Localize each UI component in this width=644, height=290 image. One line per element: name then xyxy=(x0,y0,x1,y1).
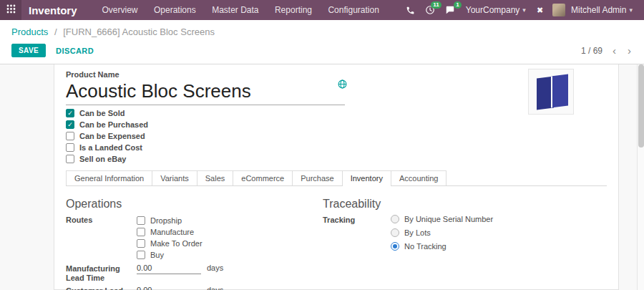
save-button[interactable]: SAVE xyxy=(11,44,46,57)
control-panel-actions: SAVE DISCARD 1 / 69 ‹ › xyxy=(0,39,644,64)
website-globe-icon[interactable] xyxy=(338,79,347,92)
pager-count: 1 / 69 xyxy=(581,46,602,56)
chevron-down-icon: ▾ xyxy=(629,0,633,20)
manufacturing-lead-time-unit: days xyxy=(207,264,223,272)
breadcrumb-separator: / xyxy=(54,26,57,37)
vertical-scrollbar[interactable] xyxy=(637,64,644,290)
breadcrumb: Products / [FURN_6666] Acoustic Bloc Scr… xyxy=(0,20,644,39)
menu-operations[interactable]: Operations xyxy=(147,0,203,20)
tab-sales[interactable]: Sales xyxy=(197,170,234,185)
checkbox-box: ✓ xyxy=(66,132,74,140)
checkbox-box: ✓ xyxy=(66,143,74,152)
checkbox-dropship[interactable]: ✓ Dropship xyxy=(137,215,203,226)
pager-next-icon[interactable]: › xyxy=(626,45,633,56)
radio-by-unique-serial-number[interactable]: By Unique Serial Number xyxy=(391,215,493,223)
routes-options: ✓ Dropship ✓ Manufacture ✓ Make To Order xyxy=(137,215,203,261)
tab-variants[interactable]: Variants xyxy=(152,170,197,185)
app-name[interactable]: Inventory xyxy=(29,4,77,16)
messages-icon[interactable]: 1 xyxy=(440,0,460,20)
manufacturing-lead-time-input[interactable] xyxy=(137,264,201,274)
company-name: YourCompany xyxy=(466,0,520,20)
menu-master-data[interactable]: Master Data xyxy=(205,0,265,20)
top-navbar: Inventory Overview Operations Master Dat… xyxy=(0,0,644,20)
tab-inventory[interactable]: Inventory xyxy=(342,170,391,185)
customer-lead-time-label: Customer Lead Time xyxy=(66,286,137,290)
breadcrumb-current: [FURN_6666] Acoustic Bloc Screens xyxy=(63,26,215,37)
tab-ecommerce[interactable]: eCommerce xyxy=(233,170,293,185)
radio-circle xyxy=(391,242,399,251)
discard-button[interactable]: DISCARD xyxy=(56,47,94,55)
menu-overview[interactable]: Overview xyxy=(96,0,145,20)
product-flags: ✓ Can be Sold ✓ Can be Purchased ✓ Can b… xyxy=(66,107,607,165)
radio-by-lots[interactable]: By Lots xyxy=(391,228,493,237)
tab-purchase[interactable]: Purchase xyxy=(292,170,342,185)
checkbox-can-be-expensed[interactable]: ✓ Can be Expensed xyxy=(66,130,607,142)
checkbox-can-be-sold[interactable]: ✓ Can be Sold xyxy=(66,107,607,119)
product-name-input[interactable] xyxy=(66,80,345,105)
tracking-options: By Unique Serial Number By Lots No Track… xyxy=(391,215,493,256)
checkbox-box: ✓ xyxy=(137,251,145,259)
check-icon: ✓ xyxy=(67,110,73,117)
phone-icon[interactable] xyxy=(401,0,420,20)
checkbox-box: ✓ xyxy=(66,155,74,163)
menu-reporting[interactable]: Reporting xyxy=(268,0,318,20)
checkbox-box: ✓ xyxy=(137,228,145,236)
customer-lead-time-input[interactable] xyxy=(137,286,201,290)
checkbox-make-to-order[interactable]: ✓ Make To Order xyxy=(137,238,203,249)
checkbox-buy[interactable]: ✓ Buy xyxy=(137,249,203,261)
checkbox-box: ✓ xyxy=(137,216,145,225)
main-menu: Overview Operations Master Data Reportin… xyxy=(96,0,386,20)
user-menu[interactable]: Mitchell Admin ▾ xyxy=(565,0,638,20)
tab-accounting[interactable]: Accounting xyxy=(391,170,447,185)
company-menu[interactable]: YourCompany ▾ xyxy=(460,0,532,20)
traceability-heading: Traceability xyxy=(323,198,607,211)
odoo-window: Inventory Overview Operations Master Dat… xyxy=(0,0,644,290)
apps-menu-button[interactable] xyxy=(0,0,21,20)
support-icon[interactable]: ✖ xyxy=(532,0,548,20)
notebook-tabs: General Information Variants Sales eComm… xyxy=(66,170,607,186)
record-pager: 1 / 69 ‹ › xyxy=(581,45,633,56)
tracking-label: Tracking xyxy=(323,215,391,256)
operations-heading: Operations xyxy=(66,198,323,211)
messages-badge: 1 xyxy=(454,1,461,9)
product-image[interactable] xyxy=(528,69,574,115)
radio-circle xyxy=(391,215,399,223)
scrollbar-thumb[interactable] xyxy=(638,64,644,148)
content-area: Product Name ✓ Can be Sold ✓ Can be Purc… xyxy=(0,64,644,290)
checkbox-box: ✓ xyxy=(137,239,145,248)
menu-configuration[interactable]: Configuration xyxy=(321,0,385,20)
radio-circle xyxy=(391,228,399,237)
product-form-sheet: Product Name ✓ Can be Sold ✓ Can be Purc… xyxy=(54,64,619,290)
screen-panel-front xyxy=(551,74,568,108)
manufacturing-lead-time-label: Manufacturing Lead Time xyxy=(66,264,137,283)
checkbox-manufacture[interactable]: ✓ Manufacture xyxy=(137,226,203,238)
radio-no-tracking[interactable]: No Tracking xyxy=(391,242,493,251)
customer-lead-time-unit: days xyxy=(207,286,223,290)
checkbox-sell-on-ebay[interactable]: ✓ Sell on eBay xyxy=(66,153,607,165)
inventory-tab-content: Operations Routes ✓ Dropship ✓ Manufactu… xyxy=(66,186,607,290)
apps-grid-icon xyxy=(6,4,16,16)
routes-label: Routes xyxy=(66,215,137,261)
check-icon: ✓ xyxy=(67,122,73,128)
pager-previous-icon[interactable]: ‹ xyxy=(611,45,618,56)
breadcrumb-products-link[interactable]: Products xyxy=(11,26,48,37)
chevron-down-icon: ▾ xyxy=(522,0,526,20)
tab-general-information[interactable]: General Information xyxy=(66,170,152,185)
activities-clock-icon[interactable]: 11 xyxy=(420,0,440,20)
product-name-label: Product Name xyxy=(66,70,607,79)
user-avatar xyxy=(552,4,565,16)
checkbox-can-be-purchased[interactable]: ✓ Can be Purchased xyxy=(66,119,607,130)
checkbox-box: ✓ xyxy=(66,120,74,129)
user-name: Mitchell Admin xyxy=(571,0,626,20)
checkbox-is-a-landed-cost[interactable]: ✓ Is a Landed Cost xyxy=(66,142,607,153)
checkbox-box: ✓ xyxy=(66,109,74,117)
